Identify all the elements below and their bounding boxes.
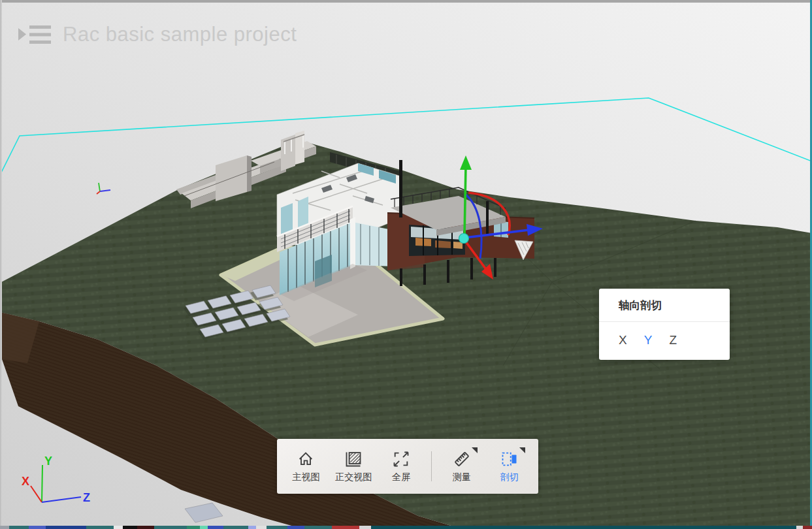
section-panel-title: 轴向剖切 bbox=[599, 289, 730, 321]
ortho-view-icon bbox=[344, 450, 363, 468]
triad-z-label: Z bbox=[83, 491, 90, 504]
toolbar-divider bbox=[431, 451, 432, 481]
corner-axis-triad: Y X Z bbox=[22, 455, 90, 504]
section-axis-x-button[interactable]: X bbox=[619, 333, 627, 347]
section-axis-z-button[interactable]: Z bbox=[669, 333, 677, 347]
section-flyout-marker[interactable] bbox=[519, 447, 525, 453]
view-toolbar: 主视图 正交视图 bbox=[277, 439, 538, 494]
gizmo-axis-y[interactable] bbox=[464, 166, 466, 236]
fullscreen-button[interactable]: 全屏 bbox=[382, 450, 420, 483]
window-left-border bbox=[0, 0, 2, 529]
ortho-view-button[interactable]: 正交视图 bbox=[334, 450, 372, 483]
axial-section-panel: 轴向剖切 X Y Z bbox=[599, 289, 730, 360]
section-icon bbox=[500, 450, 519, 468]
measure-flyout-marker[interactable] bbox=[472, 447, 478, 453]
measure-button[interactable]: 测量 bbox=[443, 450, 481, 483]
home-view-button[interactable]: 主视图 bbox=[287, 450, 325, 483]
triad-x-label: X bbox=[22, 475, 29, 488]
project-title: Rac basic sample project bbox=[63, 23, 297, 46]
section-axis-y-button[interactable]: Y bbox=[644, 333, 653, 347]
model-tree-menu-icon[interactable] bbox=[17, 20, 52, 50]
bottom-screen-strip bbox=[0, 526, 812, 529]
measure-icon bbox=[453, 450, 471, 468]
section-button[interactable]: 剖切 bbox=[491, 450, 528, 483]
window-top-border bbox=[0, 0, 812, 3]
gizmo-center-handle[interactable] bbox=[459, 234, 469, 244]
fullscreen-icon bbox=[392, 450, 410, 468]
home-view-icon bbox=[297, 450, 315, 468]
mini-axis-marker bbox=[97, 183, 110, 194]
titlebar: Rac basic sample project bbox=[17, 20, 297, 50]
section-box-outline bbox=[0, 98, 812, 175]
bim-viewer-window: Y X Z Rac basic sample project 轴向剖切 X Y … bbox=[0, 0, 812, 529]
triad-y-label: Y bbox=[44, 455, 52, 468]
